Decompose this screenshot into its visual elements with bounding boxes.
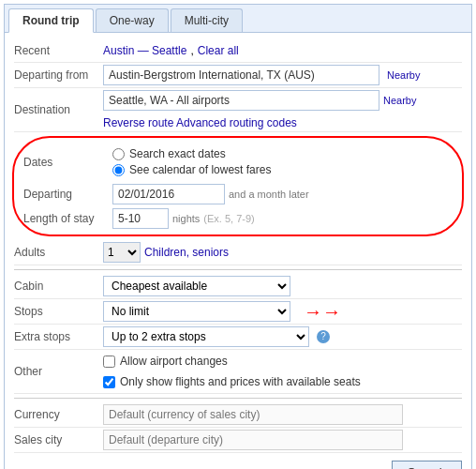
extra-stops-content: Up to 2 extra stops Up to 1 extra stop N… (103, 326, 462, 347)
dates-radio-calendar-label: See calendar of lowest fares (129, 163, 271, 176)
currency-input[interactable] (103, 404, 403, 425)
length-of-stay-nights: nights (172, 213, 200, 224)
dates-section: Dates Search exact dates See calendar of… (12, 136, 464, 236)
adults-label: Adults (14, 246, 103, 259)
departing-from-content: Nearby (103, 65, 462, 85)
adults-row: Adults 1234 Children, seniors (14, 240, 462, 265)
allow-airport-changes-label: Allow airport changes (120, 355, 228, 368)
search-button[interactable]: Search (392, 461, 462, 469)
tabs-bar: Round trip One-way Multi-city (5, 5, 471, 33)
extra-stops-help-icon[interactable]: ? (317, 330, 330, 343)
destination-input-area: Nearby (103, 90, 416, 111)
stops-content: No limit 0 stops 1 stop 2 stops →→ (103, 301, 462, 322)
tab-round-trip[interactable]: Round trip (8, 8, 94, 33)
allow-airport-changes-checkbox[interactable] (103, 356, 115, 368)
adults-content: 1234 Children, seniors (103, 242, 462, 263)
departing-from-label: Departing from (14, 68, 103, 82)
departing-from-nearby-link[interactable]: Nearby (387, 69, 420, 81)
advanced-routing-link[interactable]: Advanced routing codes (176, 116, 297, 129)
currency-label: Currency (14, 408, 103, 421)
divider2 (14, 398, 462, 399)
extra-stops-label: Extra stops (14, 330, 103, 343)
stops-label: Stops (14, 305, 103, 318)
recent-content: Austin — Seattle , Clear all (103, 44, 462, 57)
currency-content (103, 404, 462, 425)
allow-airport-changes-row: Allow airport changes (103, 352, 361, 371)
destination-row: Destination Nearby Reverse route Advance… (14, 88, 462, 132)
length-of-stay-label: Length of stay (23, 212, 112, 225)
recent-row: Recent Austin — Seattle , Clear all (14, 38, 462, 63)
dates-radio-calendar-input[interactable] (112, 164, 125, 176)
sales-city-row: Sales city (14, 428, 462, 453)
button-row: Search (14, 453, 462, 469)
tab-one-way[interactable]: One-way (96, 8, 169, 32)
length-of-stay-content: nights (Ex. 5, 7-9) (112, 208, 453, 229)
only-available-seats-label: Only show flights and prices with availa… (120, 375, 361, 388)
dates-content: Search exact dates See calendar of lowes… (112, 144, 453, 180)
departing-row: Departing and a month later (23, 182, 453, 206)
cabin-row: Cabin Cheapest available Economy Busines… (14, 274, 462, 299)
sales-city-input[interactable] (103, 430, 403, 450)
recent-label: Recent (14, 44, 103, 57)
departing-suffix: and a month later (229, 189, 309, 200)
main-container: Round trip One-way Multi-city Recent Aus… (4, 4, 472, 469)
sales-city-label: Sales city (14, 433, 103, 446)
other-row: Other Allow airport changes Only show fl… (14, 350, 462, 394)
stops-select[interactable]: No limit 0 stops 1 stop 2 stops (103, 301, 290, 322)
dates-radio-exact: Search exact dates (112, 147, 271, 160)
departing-date-input[interactable] (112, 184, 225, 204)
departing-from-row: Departing from Nearby (14, 63, 462, 88)
stops-row: Stops No limit 0 stops 1 stop 2 stops →→ (14, 299, 462, 325)
dates-radio-exact-label: Search exact dates (129, 147, 226, 160)
cabin-select[interactable]: Cheapest available Economy Business Firs… (103, 276, 290, 296)
departing-content: and a month later (112, 184, 453, 204)
currency-row: Currency (14, 402, 462, 428)
adults-select[interactable]: 1234 (103, 242, 141, 263)
length-of-stay-row: Length of stay nights (Ex. 5, 7-9) (23, 206, 453, 231)
only-available-seats-checkbox[interactable] (103, 376, 115, 388)
recent-austin-seattle-link[interactable]: Austin — Seattle (103, 44, 186, 57)
dates-radio-exact-input[interactable] (112, 148, 125, 160)
departing-label: Departing (23, 188, 112, 201)
red-arrow-icon: →→ (304, 302, 341, 321)
form-area: Recent Austin — Seattle , Clear all Depa… (5, 33, 471, 469)
cabin-label: Cabin (14, 280, 103, 293)
destination-label: Destination (14, 103, 103, 116)
only-available-seats-row: Only show flights and prices with availa… (103, 372, 361, 391)
other-checkboxes: Allow airport changes Only show flights … (103, 352, 361, 391)
destination-nearby-link[interactable]: Nearby (383, 95, 416, 106)
dates-radio-group: Search exact dates See calendar of lowes… (112, 144, 271, 180)
length-of-stay-example: (Ex. 5, 7-9) (203, 213, 254, 224)
recent-clear-all-link[interactable]: Clear all (198, 44, 239, 57)
destination-links: Reverse route Advanced routing codes (103, 114, 462, 129)
children-seniors-link[interactable]: Children, seniors (144, 246, 229, 259)
dates-radio-calendar: See calendar of lowest fares (112, 163, 271, 176)
dates-label: Dates (23, 156, 112, 169)
cabin-content: Cheapest available Economy Business Firs… (103, 276, 462, 296)
departing-from-input[interactable] (103, 65, 379, 85)
recent-separator: , (190, 44, 193, 57)
extra-stops-row: Extra stops Up to 2 extra stops Up to 1 … (14, 325, 462, 350)
destination-input[interactable] (103, 90, 379, 111)
dates-row: Dates Search exact dates See calendar of… (23, 142, 453, 182)
tab-multi-city[interactable]: Multi-city (171, 8, 243, 32)
extra-stops-select[interactable]: Up to 2 extra stops Up to 1 extra stop N… (103, 326, 309, 347)
sales-city-content (103, 430, 462, 450)
other-content: Allow airport changes Only show flights … (103, 352, 462, 391)
reverse-route-link[interactable]: Reverse route (103, 116, 173, 129)
length-of-stay-input[interactable] (112, 208, 169, 229)
divider1 (14, 269, 462, 270)
other-label: Other (14, 365, 103, 378)
destination-content: Nearby Reverse route Advanced routing co… (103, 90, 462, 129)
